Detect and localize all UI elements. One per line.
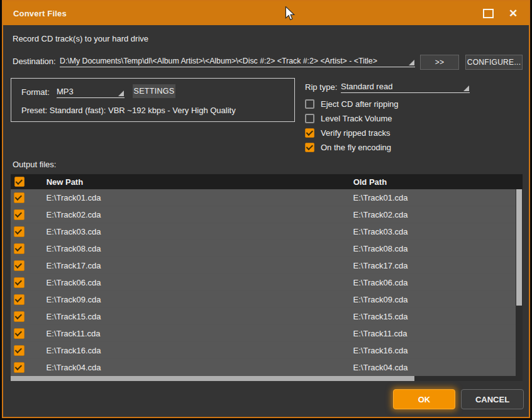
format-label: Format: <box>21 87 50 97</box>
select-all-checkbox[interactable] <box>14 177 25 187</box>
ok-button[interactable]: OK <box>393 389 455 409</box>
row-new-path: E:\Track04.cda <box>47 363 101 372</box>
table-row[interactable]: E:\Track08.cda E:\Track08.cda <box>11 240 516 257</box>
row-checkbox[interactable] <box>14 311 25 322</box>
check-icon <box>15 245 22 251</box>
horizontal-scrollbar[interactable] <box>11 376 523 381</box>
option-label: Verify ripped tracks <box>321 128 391 138</box>
format-groupbox: Format: MP3 SETTINGS Preset: Standard (f… <box>11 78 295 122</box>
row-new-path: E:\Track16.cda <box>47 346 101 355</box>
destination-value: D:\My Documents\Temp\dl\<Album Artist>\<… <box>60 57 377 67</box>
option-checkbox[interactable] <box>305 99 314 109</box>
dialog-frame: Convert Files ✕ Record CD track(s) to yo… <box>0 0 532 420</box>
row-new-path: E:\Track17.cda <box>47 261 101 270</box>
list-header[interactable]: New Path Old Path <box>11 174 523 189</box>
titlebar[interactable]: Convert Files ✕ <box>3 1 529 25</box>
configure-button[interactable]: CONFIGURE... <box>465 55 523 70</box>
option-checkbox[interactable] <box>305 114 314 123</box>
check-icon <box>15 329 22 336</box>
row-checkbox[interactable] <box>14 362 25 373</box>
row-checkbox[interactable] <box>14 345 25 356</box>
rip-type-combo[interactable]: Standard read <box>341 80 470 93</box>
row-old-path: E:\Track08.cda <box>353 244 408 253</box>
vertical-scrollbar[interactable] <box>516 189 523 376</box>
row-checkbox[interactable] <box>14 260 25 271</box>
dropdown-triangle-icon <box>118 91 124 96</box>
option-label: Level Track Volume <box>321 114 392 123</box>
table-row[interactable]: E:\Track17.cda E:\Track17.cda <box>11 257 516 274</box>
rip-option[interactable]: Eject CD after ripping <box>305 99 399 109</box>
row-checkbox[interactable] <box>14 328 25 339</box>
dropdown-triangle-icon <box>463 86 469 91</box>
option-checkbox[interactable] <box>305 143 314 152</box>
check-icon <box>15 363 22 370</box>
column-header-new-path[interactable]: New Path <box>47 177 84 187</box>
destination-combo[interactable]: D:\My Documents\Temp\dl\<Album Artist>\<… <box>60 54 415 67</box>
rip-type-label: Rip type: <box>305 82 337 92</box>
row-checkbox[interactable] <box>14 277 25 288</box>
table-row[interactable]: E:\Track04.cda E:\Track04.cda <box>11 359 516 376</box>
row-new-path: E:\Track11.cda <box>47 329 101 338</box>
row-old-path: E:\Track04.cda <box>353 363 408 372</box>
row-old-path: E:\Track16.cda <box>353 346 408 355</box>
format-value: MP3 <box>57 87 74 97</box>
table-row[interactable]: E:\Track02.cda E:\Track02.cda <box>11 206 516 223</box>
row-old-path: E:\Track15.cda <box>353 312 408 321</box>
check-icon <box>15 178 22 185</box>
settings-button[interactable]: SETTINGS <box>133 84 175 98</box>
row-old-path: E:\Track09.cda <box>353 295 408 304</box>
output-files-list: New Path Old Path E:\Track01.cda E:\Trac… <box>11 174 523 381</box>
row-new-path: E:\Track03.cda <box>47 227 101 236</box>
row-new-path: E:\Track01.cda <box>47 193 101 202</box>
check-icon <box>15 312 22 319</box>
rip-option[interactable]: Level Track Volume <box>305 113 392 123</box>
column-header-old-path[interactable]: Old Path <box>353 177 387 187</box>
row-checkbox[interactable] <box>14 294 25 305</box>
row-old-path: E:\Track01.cda <box>353 193 408 202</box>
row-new-path: E:\Track09.cda <box>47 295 101 304</box>
check-icon <box>15 346 22 353</box>
check-icon <box>306 143 313 150</box>
row-checkbox[interactable] <box>14 226 25 237</box>
horizontal-scrollbar-thumb[interactable] <box>11 376 414 381</box>
option-label: Eject CD after ripping <box>321 99 399 109</box>
table-row[interactable]: E:\Track11.cda E:\Track11.cda <box>11 325 516 342</box>
dialog-content: Record CD track(s) to your hard drive De… <box>3 25 529 417</box>
rip-option[interactable]: Verify ripped tracks <box>305 128 391 138</box>
cancel-button[interactable]: CANCEL <box>461 389 524 409</box>
row-checkbox[interactable] <box>14 192 25 203</box>
row-old-path: E:\Track03.cda <box>353 227 408 236</box>
table-row[interactable]: E:\Track06.cda E:\Track06.cda <box>11 274 516 291</box>
preset-text: Preset: Standard (fast): VBR ~192 kbps -… <box>21 106 236 115</box>
check-icon <box>15 279 22 285</box>
maximize-button[interactable] <box>480 5 496 21</box>
row-checkbox[interactable] <box>14 209 25 220</box>
row-new-path: E:\Track02.cda <box>47 210 101 219</box>
row-checkbox[interactable] <box>14 243 25 254</box>
check-icon <box>15 211 22 218</box>
close-icon: ✕ <box>509 7 518 20</box>
option-label: On the fly encoding <box>321 143 391 152</box>
close-button[interactable]: ✕ <box>505 5 521 21</box>
table-row[interactable]: E:\Track15.cda E:\Track15.cda <box>11 308 516 325</box>
browse-button[interactable]: >> <box>420 55 459 70</box>
rip-option[interactable]: On the fly encoding <box>305 142 391 152</box>
option-checkbox[interactable] <box>305 128 314 138</box>
output-files-label: Output files: <box>13 160 56 169</box>
format-combo[interactable]: MP3 <box>57 85 125 98</box>
rip-type-value: Standard read <box>341 82 392 92</box>
vertical-scrollbar-thumb[interactable] <box>516 189 522 306</box>
row-old-path: E:\Track06.cda <box>353 278 408 287</box>
table-row[interactable]: E:\Track03.cda E:\Track03.cda <box>11 223 516 240</box>
row-new-path: E:\Track15.cda <box>47 312 101 321</box>
dropdown-triangle-icon <box>409 60 414 65</box>
row-old-path: E:\Track02.cda <box>353 210 408 219</box>
table-row[interactable]: E:\Track09.cda E:\Track09.cda <box>11 291 516 308</box>
check-icon <box>15 262 22 268</box>
table-row[interactable]: E:\Track16.cda E:\Track16.cda <box>11 342 516 359</box>
table-row[interactable]: E:\Track01.cda E:\Track01.cda <box>11 189 516 206</box>
convert-files-dialog: Convert Files ✕ Record CD track(s) to yo… <box>2 0 530 418</box>
maximize-icon <box>483 9 494 18</box>
subtitle-text: Record CD track(s) to your hard drive <box>13 34 148 43</box>
check-icon <box>306 129 313 136</box>
